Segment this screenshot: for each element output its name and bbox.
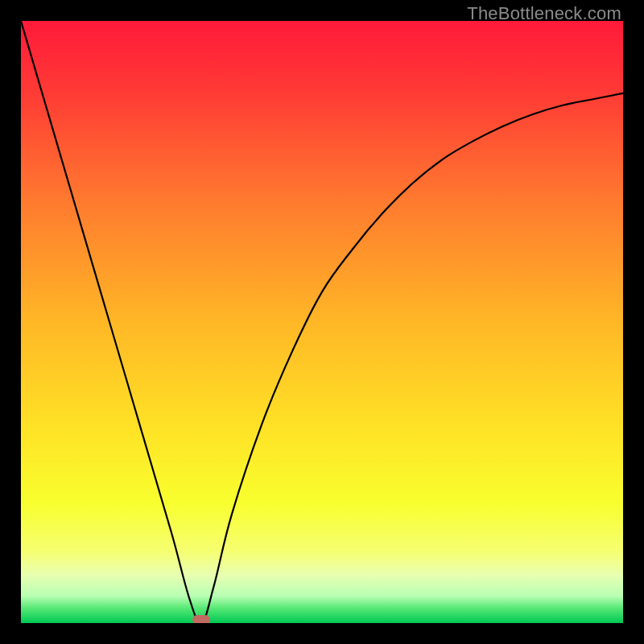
optimal-point-marker <box>192 615 210 623</box>
watermark-text: TheBottleneck.com <box>467 3 621 24</box>
bottleneck-curve <box>21 21 623 623</box>
plot-area <box>21 21 623 623</box>
chart-frame: TheBottleneck.com <box>0 0 644 644</box>
